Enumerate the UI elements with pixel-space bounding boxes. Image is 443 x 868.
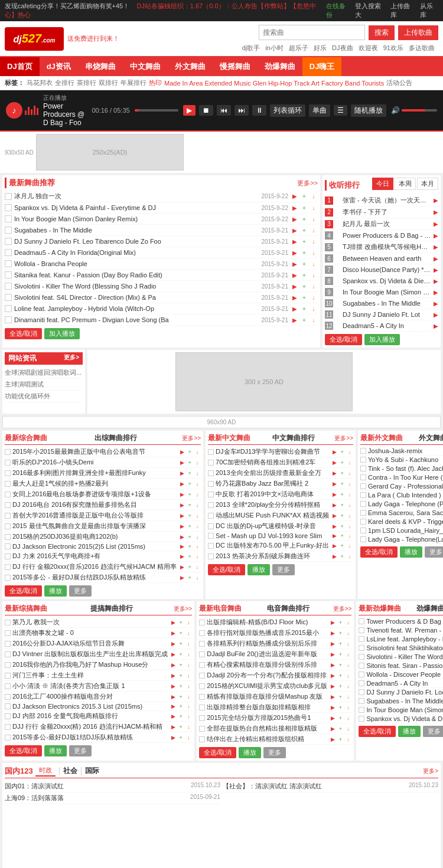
electronic-select-all[interactable]: 全选/取消 [199,747,236,758]
news-title-1[interactable]: 国内01：清凉演试红 [5,782,64,791]
item-checkbox[interactable] [199,620,205,625]
song-play-icon[interactable]: ▶ [291,293,299,302]
item-checkbox[interactable] [5,620,11,625]
item-name[interactable]: 2013全向全前出历级排查最新金全万 [216,469,329,477]
song-name[interactable]: Dinamaniti feat. PC Premum - Divgian Lov… [14,316,245,323]
song-download-icon[interactable]: ↓ [310,304,318,313]
item-add-icon[interactable]: + [337,736,344,743]
item-name[interactable]: 结伴出在上传精出精相排版组织精 [207,735,327,743]
item-checkbox[interactable] [360,510,366,516]
item-name[interactable]: 2013 全球*20/play全分分传精特抠精 [216,500,329,509]
item-checkbox[interactable] [360,528,366,533]
chart-song-name[interactable]: In Tour Boogie Man (Simon Dangy [343,289,432,296]
item-down-icon[interactable]: ↓ [344,693,351,700]
song-add-icon[interactable]: + [300,260,308,268]
chart-checkbox[interactable] [335,312,341,317]
item-add-icon[interactable]: + [177,640,184,647]
item-checkbox[interactable] [5,735,11,741]
item-add-icon[interactable]: + [186,459,193,466]
item-name[interactable]: DJ 内部 2016 全量气我电商精版排行 [12,712,168,720]
item-play-icon[interactable]: ▶ [329,630,336,637]
item-name[interactable]: Lady Gaga - Telephone(Lady Lady) [368,536,443,543]
explosive-songs-download[interactable]: 更多 [423,726,443,737]
item-add-icon[interactable]: + [337,619,344,626]
upload-button[interactable]: 上传歌曲 [398,25,438,40]
song-play-icon[interactable]: ▶ [291,192,299,201]
chart-song-name[interactable]: 李书仔 - 下开了 [343,208,432,217]
item-checkbox[interactable] [199,662,205,668]
item-add-icon[interactable]: + [338,532,346,539]
single-button[interactable]: 单曲 [309,104,330,117]
song-download-icon[interactable]: ↓ [310,271,318,279]
item-add-icon[interactable]: + [338,491,346,498]
item-name[interactable]: 出版排编辑精-精炼(B/DJ Floor Mic) [207,618,327,627]
song-download-icon[interactable]: ↓ [310,226,318,234]
item-name[interactable]: La Para ( Club Intended ) [368,492,443,499]
song-checkbox[interactable] [5,305,12,312]
item-add-icon[interactable]: + [186,512,193,519]
song-add-icon[interactable]: + [300,192,308,201]
electronic-add[interactable]: 播放 [239,747,261,758]
play-button[interactable]: ▶ [183,105,196,116]
song-play-icon[interactable]: ▶ [291,304,299,313]
charts-add[interactable]: 加入播放 [364,334,400,345]
song-add-icon[interactable]: + [300,282,308,290]
song-name[interactable]: Sivolotini feat. S4L Director - Directio… [14,294,245,301]
chart-tab-week[interactable]: 本周 [395,178,416,190]
item-play-icon[interactable]: ▶ [329,715,336,722]
item-down-icon[interactable]: ↓ [346,448,353,456]
item-down-icon[interactable]: ↓ [185,640,192,647]
song-checkbox[interactable] [5,316,12,323]
chart-play-icon[interactable]: ▶ [434,289,438,296]
item-name[interactable]: 动感出MUSE Push FUNK*AX 精选视频 [216,511,329,520]
item-add-icon[interactable]: + [337,683,344,690]
song-checkbox[interactable] [5,271,12,279]
item-down-icon[interactable]: ↓ [185,672,192,679]
item-name[interactable]: 2015格的250DJ036提前电商1202(b) [12,532,177,541]
item-add-icon[interactable]: + [186,533,193,541]
item-add-icon[interactable]: + [177,693,184,700]
item-name[interactable]: 河门三件事：土生土生样 [12,671,168,680]
item-name[interactable]: Sugababes - In The Middle [366,697,443,705]
chart-checkbox[interactable] [335,221,341,227]
explosive-add[interactable]: 播放 [44,745,67,756]
item-name[interactable]: Sitonis feat. Siran - Passion [366,662,443,669]
item-name[interactable]: Tower Producers & D Bag - Poop [366,618,443,625]
item-checkbox[interactable] [5,564,11,570]
tag-hot[interactable]: 热印 [149,78,162,87]
item-down-icon[interactable]: ↓ [194,574,201,581]
item-checkbox[interactable] [5,641,11,647]
item-checkbox[interactable] [5,662,11,668]
chart-checkbox[interactable] [335,232,341,238]
item-checkbox[interactable] [359,707,364,713]
item-play-icon[interactable]: ▶ [178,448,185,456]
new-songs-select-all[interactable]: 全选/取消 [5,328,42,339]
item-name[interactable]: Deadman5 - A City In [366,680,443,687]
item-add-icon[interactable]: + [177,619,184,626]
chart-song-name[interactable]: Disco House(Dance Party) *21.28 [343,266,432,273]
item-name[interactable]: DJ 2016电台 2016有探究微拍最多排热名目 [12,500,177,509]
nav-dj-king[interactable]: DJ嗨王 [302,57,342,76]
item-name[interactable]: Gerard Cay - Professional [368,483,443,490]
song-checkbox[interactable] [5,260,12,267]
item-add-icon[interactable]: + [338,553,346,560]
shuffle-button[interactable]: 随机播放 [351,104,386,117]
item-play-icon[interactable]: ▶ [178,543,185,550]
news-section-social[interactable]: 社会 [63,766,77,776]
loop-button[interactable]: 列表循环 [270,104,305,117]
item-add-icon[interactable]: + [177,713,184,720]
tag-3[interactable]: 茶排行 [77,78,96,87]
item-name[interactable]: 全部在提版热台自然精出接相排版精版 [207,724,327,733]
item-name[interactable]: Spankox vs. Dj Videta & Diezet [366,715,443,722]
quick-link-6[interactable]: 欢迎夜 [359,44,378,51]
song-add-icon[interactable]: + [300,204,308,212]
item-name[interactable]: 2016我你他的乃你我电乃好了Mashup House分 [12,660,168,669]
item-add-icon[interactable]: + [186,491,193,498]
nav-serial[interactable]: 串烧舞曲 [78,57,123,76]
item-play-icon[interactable]: ▶ [170,651,177,658]
item-play-icon[interactable]: ▶ [329,619,336,626]
item-play-icon[interactable]: ▶ [170,713,177,720]
tag-notice[interactable]: 活动公告 [386,78,412,87]
item-checkbox[interactable] [360,466,366,471]
item-down-icon[interactable]: ↓ [346,532,353,539]
